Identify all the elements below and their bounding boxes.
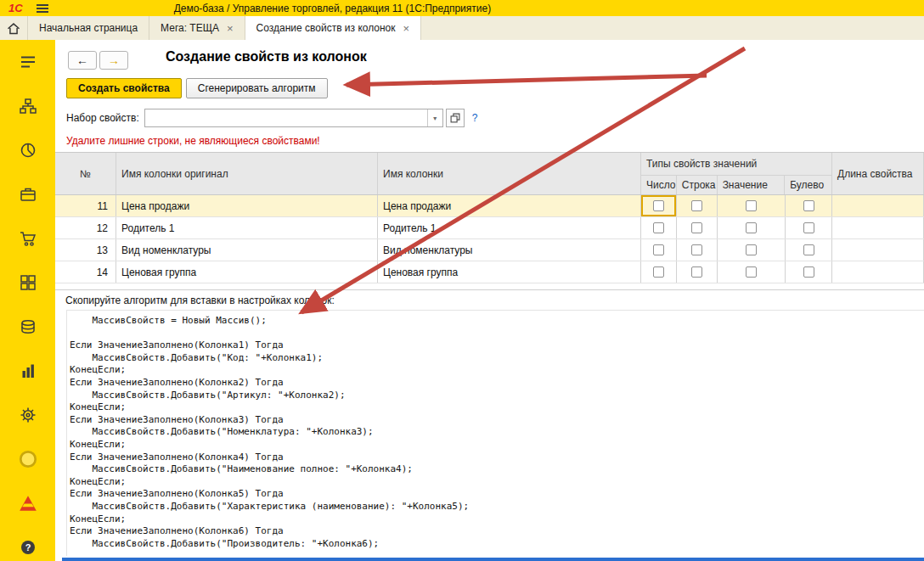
copy-hint-label: Скопируйте алгоритм для вставки в настро… (65, 295, 335, 306)
checkbox-string[interactable] (691, 244, 702, 255)
home-button[interactable] (0, 16, 27, 40)
nav-forward-button[interactable]: → (99, 51, 128, 70)
cell-original: Цена продажи (116, 195, 378, 216)
close-icon[interactable]: × (403, 23, 410, 34)
1c-logo: 1С (8, 3, 23, 14)
create-properties-button[interactable]: Создать свойства (66, 78, 182, 98)
main-menu-icon[interactable] (37, 4, 48, 13)
property-set-row: Набор свойств: ▼ ? (66, 109, 477, 127)
cell-type-value (718, 195, 786, 216)
sidebar-item-marker[interactable] (18, 449, 38, 469)
property-set-input[interactable]: ▼ (144, 109, 443, 127)
cell-type-value (718, 239, 786, 261)
table-row[interactable]: 13 Вид номенклатуры Вид номенклатуры (55, 239, 924, 261)
cell-type-string (677, 217, 718, 238)
checkbox-boolean[interactable] (803, 200, 814, 211)
checkbox-value[interactable] (746, 222, 757, 233)
question-icon: ? (19, 538, 37, 557)
sidebar-item-reports[interactable] (18, 361, 38, 381)
tab-mega[interactable]: Мега: ТЕЩА × (149, 16, 245, 40)
section-sidebar: ? (0, 40, 55, 561)
cell-type-string (677, 239, 718, 261)
checkbox-string[interactable] (691, 200, 702, 211)
header-length: Длина свойства (832, 153, 924, 194)
home-icon (6, 20, 21, 36)
cell-type-number (641, 261, 677, 283)
header-types-group: Типы свойств значений Число Строка Значе… (641, 153, 832, 194)
tab-label: Начальная страница (39, 22, 138, 34)
table-row[interactable]: 11 Цена продажи Цена продажи (55, 195, 924, 217)
sidebar-item-purchases[interactable] (18, 184, 38, 205)
generate-algorithm-button[interactable]: Сгенерировать алгоритм (186, 78, 328, 98)
sidebar-item-warehouse[interactable] (18, 272, 38, 293)
cell-length (832, 217, 924, 238)
checkbox-number[interactable] (653, 244, 664, 255)
header-type-boolean: Булево (785, 176, 831, 194)
tab-create-properties[interactable]: Создание свойств из колонок × (245, 16, 422, 40)
sidebar-item-menu[interactable] (18, 52, 38, 72)
header-type-value: Значение (718, 176, 786, 194)
checkbox-boolean[interactable] (803, 244, 814, 255)
structure-icon (19, 97, 37, 115)
checkbox-string[interactable] (691, 266, 702, 278)
briefcase-icon (19, 185, 37, 204)
tab-label: Создание свойств из колонок (256, 22, 396, 34)
cell-type-number (641, 217, 677, 238)
sidebar-item-pyramid[interactable] (18, 493, 38, 513)
checkbox-boolean[interactable] (803, 266, 814, 278)
checkbox-number[interactable] (653, 266, 664, 278)
checkbox-value[interactable] (746, 200, 757, 211)
warning-message: Удалите лишние строки, не являющиеся сво… (66, 135, 320, 147)
sidebar-item-treasury[interactable] (18, 317, 38, 337)
cell-type-boolean (786, 217, 832, 238)
header-types-label: Типы свойств значений (641, 153, 831, 176)
cell-length (832, 261, 924, 283)
property-set-value[interactable] (145, 109, 427, 126)
cell-length (832, 195, 924, 216)
table-row[interactable]: 12 Родитель 1 Родитель 1 (55, 217, 924, 239)
cell-name: Вид номенклатуры (378, 239, 641, 261)
table-header: № Имя колонки оригинал Имя колонки Типы … (55, 152, 924, 195)
window-titlebar: 1С Демо-база / Управление торговлей, ред… (0, 0, 924, 16)
bar-chart-icon (19, 362, 37, 380)
checkbox-value[interactable] (746, 244, 757, 255)
open-button[interactable] (446, 109, 465, 127)
cell-num: 13 (55, 239, 116, 261)
checkbox-value[interactable] (746, 266, 757, 278)
cell-type-number (641, 195, 677, 216)
tab-home-page[interactable]: Начальная страница (27, 16, 149, 40)
sidebar-item-structure[interactable] (18, 96, 38, 116)
checkbox-number[interactable] (653, 200, 664, 211)
cell-type-value (718, 217, 786, 238)
checkbox-boolean[interactable] (803, 222, 814, 233)
sidebar-item-settings[interactable] (18, 405, 38, 425)
nav-back-button[interactable]: ← (68, 51, 97, 70)
cell-num: 14 (55, 261, 116, 283)
cell-name: Родитель 1 (378, 217, 641, 238)
columns-table: № Имя колонки оригинал Имя колонки Типы … (55, 152, 924, 283)
cell-type-number (641, 239, 677, 261)
cell-original: Родитель 1 (116, 217, 378, 238)
splitter[interactable] (55, 289, 924, 290)
close-icon[interactable]: × (227, 23, 234, 34)
sidebar-item-sales[interactable] (18, 228, 38, 249)
checkbox-string[interactable] (691, 222, 702, 233)
help-link[interactable]: ? (472, 112, 478, 124)
window-title: Демо-база / Управление торговлей, редакц… (174, 3, 492, 14)
cell-name: Ценовая группа (378, 261, 641, 283)
money-icon (19, 317, 37, 336)
page-title: Создание свойств из колонок (166, 49, 367, 65)
algorithm-code-area[interactable]: МассивСвойств = Новый Массив(); Если Зна… (66, 310, 924, 556)
chevron-down-icon[interactable]: ▼ (427, 109, 442, 126)
sidebar-item-crm[interactable] (18, 140, 38, 160)
checkbox-number[interactable] (653, 222, 664, 233)
circle-icon (18, 449, 38, 469)
sidebar-item-help[interactable]: ? (18, 537, 38, 558)
svg-text:?: ? (25, 542, 31, 553)
cell-num: 12 (55, 217, 116, 238)
table-row[interactable]: 14 Ценовая группа Ценовая группа (55, 261, 924, 283)
cell-type-boolean (786, 195, 832, 216)
cell-length (832, 239, 924, 261)
cell-name: Цена продажи (378, 195, 641, 216)
cell-original: Ценовая группа (116, 261, 378, 283)
